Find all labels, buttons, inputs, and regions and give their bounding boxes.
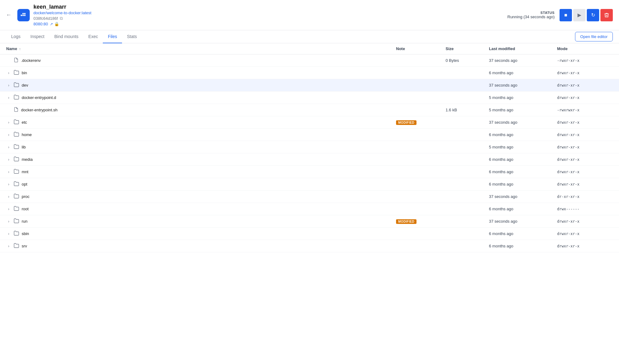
expand-icon[interactable]: › <box>6 207 11 212</box>
folder-icon <box>14 243 19 249</box>
folder-icon <box>14 193 19 200</box>
delete-button[interactable] <box>600 9 613 21</box>
col-mode: drwxr-xr-x <box>557 219 613 224</box>
table-row[interactable]: › docker-entrypoint.d 5 months ago drwxr… <box>0 92 619 104</box>
table-row[interactable]: › sbin 6 months ago drwxr-xr-x <box>0 228 619 240</box>
table-row[interactable]: › root 6 months ago drwx------ <box>0 203 619 215</box>
col-mode: drwxr-xr-x <box>557 170 613 174</box>
col-mode: drwxr-xr-x <box>557 96 613 100</box>
expand-icon[interactable]: › <box>6 132 11 137</box>
file-name: root <box>22 207 28 211</box>
col-mode: drwxr-xr-x <box>557 157 613 162</box>
svg-rect-1 <box>21 15 22 16</box>
col-size: 0 Bytes <box>446 58 489 63</box>
play-button[interactable]: ▶ <box>573 9 586 21</box>
file-name: .dockerenv <box>21 58 41 63</box>
tab-bind-mounts[interactable]: Bind mounts <box>50 30 84 43</box>
file-name: etc <box>22 120 27 125</box>
tab-inspect[interactable]: Inspect <box>25 30 49 43</box>
copy-id-icon[interactable]: ⧉ <box>60 16 63 21</box>
external-link-icon[interactable]: ↗ <box>50 22 53 26</box>
status-label: STATUS Running (34 seconds ago) <box>508 11 555 19</box>
table-row[interactable]: › opt 6 months ago drwxr-xr-x <box>0 178 619 191</box>
expand-icon[interactable]: › <box>6 231 11 236</box>
tab-stats[interactable]: Stats <box>122 30 142 43</box>
table-row[interactable]: › etc MODIFIED 37 seconds ago drwxr-xr-x <box>0 116 619 129</box>
file-name: home <box>22 132 32 137</box>
file-name-cell: › root <box>6 206 396 212</box>
expand-icon[interactable]: › <box>6 244 11 249</box>
table-row[interactable]: › bin 6 months ago drwxr-xr-x <box>0 67 619 79</box>
expand-icon[interactable]: › <box>6 71 11 75</box>
open-file-editor-button[interactable]: Open file editor <box>575 32 613 41</box>
file-name-cell: › dev <box>6 82 396 88</box>
table-row[interactable]: › lib 5 months ago drwxr-xr-x <box>0 141 619 153</box>
file-name-cell: › proc <box>6 193 396 200</box>
expand-icon[interactable]: › <box>6 157 11 162</box>
port-link[interactable]: 8080:80 <box>33 22 48 26</box>
table-row[interactable]: › media 6 months ago drwxr-xr-x <box>0 153 619 166</box>
expand-icon[interactable]: › <box>6 120 11 125</box>
col-modified: 6 months ago <box>489 132 557 137</box>
expand-icon[interactable]: › <box>6 95 11 100</box>
tab-bar: Logs Inspect Bind mounts Exec Files Stat… <box>0 30 619 43</box>
col-modified: 6 months ago <box>489 157 557 162</box>
file-name: docker-entrypoint.d <box>22 95 56 100</box>
table-row[interactable]: › run MODIFIED 37 seconds ago drwxr-xr-x <box>0 215 619 228</box>
expand-icon[interactable]: › <box>6 219 11 224</box>
file-name: media <box>22 157 33 162</box>
col-mode: drwxr-xr-x <box>557 232 613 236</box>
file-name: lib <box>22 145 26 149</box>
table-header: Name ↑ Note Size Last modified Mode <box>0 43 619 54</box>
col-modified: 6 months ago <box>489 182 557 186</box>
folder-icon <box>14 169 19 175</box>
folder-icon <box>14 181 19 187</box>
modified-badge: MODIFIED <box>396 120 416 125</box>
stop-button[interactable]: ■ <box>560 9 572 21</box>
folder-icon <box>14 156 19 163</box>
table-body: .dockerenv 0 Bytes 37 seconds ago -rwxr-… <box>0 54 619 252</box>
col-mode: drwxr-xr-x <box>557 133 613 137</box>
tab-logs[interactable]: Logs <box>6 30 25 43</box>
col-modified: 5 months ago <box>489 145 557 149</box>
expand-icon[interactable]: › <box>6 145 11 150</box>
col-size: 1.6 kB <box>446 108 489 112</box>
table-row[interactable]: .dockerenv 0 Bytes 37 seconds ago -rwxr-… <box>0 54 619 67</box>
expand-icon[interactable]: › <box>6 194 11 199</box>
lock-icon: 🔒 <box>54 22 59 26</box>
file-name: proc <box>22 194 29 199</box>
col-mode: -rwxrwxr-x <box>557 108 613 112</box>
table-row[interactable]: › dev 37 seconds ago drwxr-xr-x <box>0 79 619 92</box>
table-row[interactable]: › proc 37 seconds ago dr-xr-xr-x <box>0 191 619 203</box>
col-modified: 37 seconds ago <box>489 219 557 224</box>
file-name-cell: › media <box>6 156 396 163</box>
file-name-cell: › sbin <box>6 230 396 237</box>
sort-icon[interactable]: ↑ <box>19 47 21 51</box>
container-image-link[interactable]: docker/welcome-to-docker:latest <box>33 11 91 15</box>
reload-button[interactable]: ↻ <box>587 9 599 21</box>
col-header-last-modified: Last modified <box>489 46 557 51</box>
status-area: STATUS Running (34 seconds ago) ■ ▶ ↻ <box>508 9 613 21</box>
col-mode: drwxr-xr-x <box>557 244 613 248</box>
col-modified: 5 months ago <box>489 95 557 100</box>
table-row[interactable]: › home 6 months ago drwxr-xr-x <box>0 129 619 141</box>
tab-files[interactable]: Files <box>103 30 122 43</box>
table-row[interactable]: docker-entrypoint.sh 1.6 kB 5 months ago… <box>0 104 619 116</box>
file-table: Name ↑ Note Size Last modified Mode .doc… <box>0 43 619 252</box>
tab-exec[interactable]: Exec <box>83 30 103 43</box>
folder-icon <box>14 131 19 138</box>
expand-icon[interactable]: › <box>6 182 11 187</box>
table-row[interactable]: › mnt 6 months ago drwxr-xr-x <box>0 166 619 178</box>
file-name: srv <box>22 244 27 248</box>
expand-icon[interactable]: › <box>6 83 11 88</box>
file-name: mnt <box>22 169 28 174</box>
file-name-cell: › docker-entrypoint.d <box>6 94 396 101</box>
container-logo <box>17 9 30 21</box>
expand-icon[interactable]: › <box>6 169 11 174</box>
container-id-row: 038fc64d186f ⧉ <box>33 16 504 21</box>
folder-icon <box>14 70 19 76</box>
table-row[interactable]: › srv 6 months ago drwxr-xr-x <box>0 240 619 252</box>
container-port-row: 8080:80 ↗ 🔒 <box>33 22 504 26</box>
col-modified: 37 seconds ago <box>489 120 557 125</box>
back-button[interactable]: ← <box>4 10 14 20</box>
